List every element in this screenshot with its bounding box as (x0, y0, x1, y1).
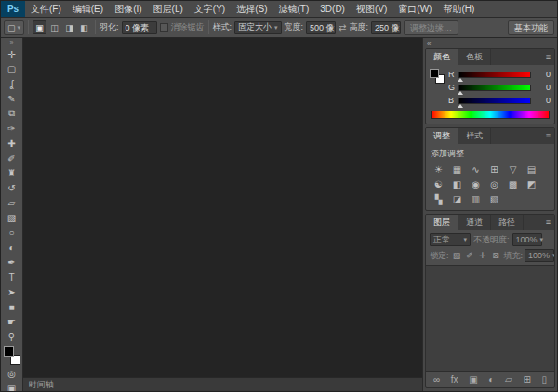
move-tool[interactable]: ✛ (3, 46, 21, 61)
gradient-map-icon[interactable]: ▥ (468, 192, 484, 205)
new-group-icon[interactable]: ▱ (505, 372, 512, 387)
clone-stamp-tool[interactable]: ♜ (3, 165, 21, 180)
path-selection-tool[interactable]: ➤ (3, 284, 21, 299)
quick-mask-mode-button[interactable]: ◎ (3, 366, 21, 381)
menu-select[interactable]: 选择(S) (231, 1, 272, 17)
selective-color-icon[interactable]: ▧ (486, 192, 502, 205)
tool-preset-dropdown[interactable]: ▢ ▾ (4, 20, 24, 35)
menu-layer[interactable]: 图层(L) (148, 1, 189, 17)
exposure-icon[interactable]: ⊞ (486, 163, 502, 176)
lock-all-icon[interactable]: ⊠ (490, 250, 502, 262)
levels-icon[interactable]: ▦ (449, 163, 465, 176)
layers-tab-channels[interactable]: 通道 (458, 215, 491, 230)
history-brush-tool[interactable]: ↺ (3, 180, 21, 195)
slider-handle[interactable] (458, 91, 463, 95)
posterize-icon[interactable]: ▚ (431, 192, 446, 205)
black-white-icon[interactable]: ◧ (449, 177, 465, 190)
gradient-tool[interactable]: ▨ (3, 210, 21, 225)
eyedropper-tool[interactable]: ✑ (3, 121, 21, 136)
collapse-panels-icon[interactable]: « (427, 39, 431, 47)
new-layer-icon[interactable]: ⊞ (523, 372, 530, 387)
threshold-icon[interactable]: ◪ (449, 192, 465, 205)
feather-input[interactable]: 0 像素 (122, 21, 157, 34)
invert-icon[interactable]: ◩ (524, 177, 539, 190)
color-tab-color[interactable]: 颜色 (426, 49, 458, 65)
color-swatches[interactable] (4, 346, 20, 365)
color-tab-swatches[interactable]: 色板 (458, 49, 491, 65)
lock-position-icon[interactable]: ✛ (477, 250, 489, 262)
curves-icon[interactable]: ∿ (468, 163, 484, 176)
menu-view[interactable]: 视图(V) (351, 1, 392, 17)
add-layer-mask-icon[interactable]: ▣ (469, 372, 477, 387)
menu-edit[interactable]: 编辑(E) (67, 1, 109, 17)
blur-tool[interactable]: ○ (3, 225, 21, 240)
style-select[interactable]: 固定大小 ▾ (234, 21, 282, 34)
screen-mode-button[interactable]: ▣ (3, 381, 21, 391)
link-layers-icon[interactable]: ∞ (433, 372, 440, 387)
shape-tool[interactable]: ■ (3, 299, 21, 314)
zoom-tool[interactable]: ⚲ (3, 329, 21, 344)
layers-tab-layers[interactable]: 图层 (426, 215, 458, 230)
antialias-checkbox[interactable] (160, 23, 168, 32)
panel-menu-icon[interactable]: ≡ (542, 215, 554, 230)
crop-tool[interactable]: ⧉ (3, 106, 21, 121)
new-adjustment-layer-icon[interactable]: ◐ (488, 372, 494, 387)
hand-tool[interactable]: ☛ (3, 314, 21, 329)
width-input[interactable]: 500 像素 (306, 21, 336, 34)
lock-image-pixels-icon[interactable]: ✐ (464, 250, 476, 262)
brightness-contrast-icon[interactable]: ☀ (431, 163, 446, 176)
color-panel-swatches[interactable] (430, 69, 445, 84)
pen-tool[interactable]: ✒ (3, 255, 21, 269)
height-input[interactable]: 250 像素 (371, 21, 401, 34)
layer-effects-icon[interactable]: fx (451, 372, 458, 387)
add-to-selection-button[interactable]: ◫ (47, 20, 61, 34)
timeline-bar[interactable]: 时间轴 (23, 377, 422, 391)
healing-brush-tool[interactable]: ✚ (3, 136, 21, 150)
delete-layer-icon[interactable]: ▯ (541, 372, 547, 387)
quick-selection-tool[interactable]: ✎ (3, 91, 21, 106)
panel-menu-icon[interactable]: ≡ (542, 128, 554, 144)
refine-edge-button[interactable]: 调整边缘… (404, 20, 458, 35)
rectangular-marquee-tool[interactable]: ▢ (3, 61, 21, 76)
adjustments-tab-styles[interactable]: 样式 (458, 128, 491, 144)
layers-list[interactable] (426, 265, 554, 372)
channel-green-slider[interactable] (458, 85, 531, 91)
photoshop-logo[interactable]: Ps (1, 1, 25, 17)
subtract-from-selection-button[interactable]: ◨ (62, 20, 76, 34)
layers-tab-paths[interactable]: 路径 (491, 215, 524, 230)
hue-saturation-icon[interactable]: ▤ (524, 163, 539, 176)
color-spectrum-ramp[interactable] (431, 111, 550, 119)
menu-type[interactable]: 文字(Y) (189, 1, 231, 17)
adjustments-tab-adjustments[interactable]: 调整 (426, 128, 458, 144)
channel-blue-slider[interactable] (458, 98, 531, 104)
color-balance-icon[interactable]: ☯ (431, 177, 446, 190)
channel-red-slider[interactable] (458, 72, 531, 78)
vibrance-icon[interactable]: ▽ (505, 163, 521, 176)
menu-image[interactable]: 图像(I) (109, 1, 147, 17)
new-selection-button[interactable]: ▣ (33, 20, 46, 34)
workspace-switcher-button[interactable]: 基本功能 (508, 20, 554, 35)
eraser-tool[interactable]: ▱ (3, 195, 21, 210)
channel-red-value[interactable]: 0 (534, 70, 551, 79)
swap-width-height-icon[interactable]: ⇄ (339, 22, 346, 33)
canvas-area[interactable] (23, 38, 422, 377)
slider-handle[interactable] (458, 104, 463, 108)
foreground-color-mini-swatch[interactable] (430, 69, 439, 78)
menu-file[interactable]: 文件(F) (25, 1, 67, 17)
color-lookup-icon[interactable]: ▩ (505, 177, 521, 190)
channel-mixer-icon[interactable]: ◎ (486, 177, 502, 190)
intersect-selection-button[interactable]: ◧ (77, 20, 91, 34)
blend-mode-select[interactable]: 正常 ▾ (430, 233, 471, 246)
channel-green-value[interactable]: 0 (534, 83, 551, 92)
photo-filter-icon[interactable]: ◉ (468, 177, 484, 190)
foreground-color-swatch[interactable] (4, 346, 14, 357)
lock-transparent-pixels-icon[interactable]: ▨ (451, 250, 463, 262)
toolbar-collapse-icon[interactable]: » (10, 38, 14, 46)
panel-menu-icon[interactable]: ≡ (542, 49, 554, 65)
dodge-tool[interactable]: ◐ (3, 240, 21, 255)
channel-blue-value[interactable]: 0 (534, 96, 551, 105)
brush-tool[interactable]: ✐ (3, 150, 21, 165)
opacity-input[interactable]: 100% ▾ (512, 233, 542, 246)
menu-filter[interactable]: 滤镜(T) (273, 1, 315, 17)
menu-window[interactable]: 窗口(W) (392, 1, 437, 17)
